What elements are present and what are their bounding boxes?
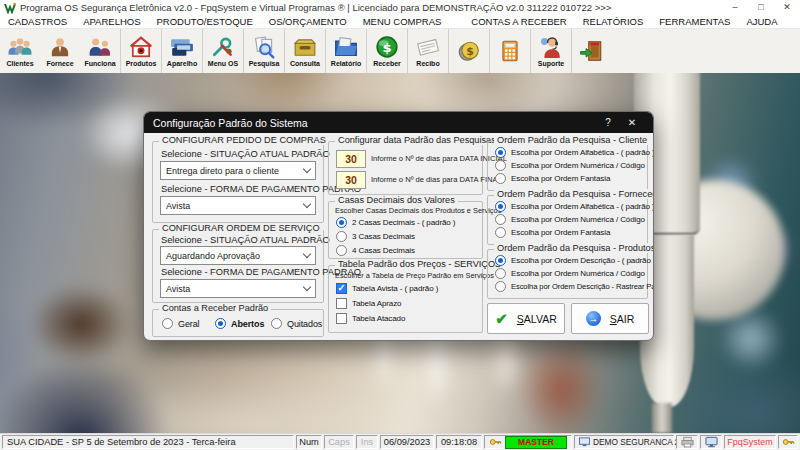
- toolbar-moeda[interactable]: $: [448, 29, 489, 73]
- menu-cadastros[interactable]: CADASTROS: [0, 16, 75, 27]
- menu-produto-estoque[interactable]: PRODUTO/ESTOQUE: [149, 16, 261, 27]
- toolbar-relatorio[interactable]: Relatório: [325, 29, 366, 73]
- radio-produtos-descricao[interactable]: Escolha por Ordem Descrição - ( padrão ): [495, 255, 654, 266]
- group-title: Tabela Padrão dos Preços - SERVIÇOS: [335, 259, 504, 269]
- coin-icon: $: [455, 38, 483, 64]
- products-icon: [127, 34, 155, 60]
- dialog-body: CONFIGURAR PEDIDO DE COMPRAS Selecione -…: [144, 133, 653, 340]
- radio-fornecedor-numerica[interactable]: Escolha por Ordem Numérica / Código: [495, 214, 645, 225]
- toolbar-receber[interactable]: $ Receber: [366, 29, 407, 73]
- option-label: Escolha por Ordem Descrição - Rastrear P…: [511, 282, 654, 291]
- minimize-button[interactable]: –: [722, 0, 748, 15]
- radio-produtos-rastrear[interactable]: Escolha por Ordem Descrição - Rastrear P…: [495, 281, 654, 292]
- checkbox-tabela-avista[interactable]: Tabela Avista - ( padrão ): [336, 283, 438, 294]
- group-title: CONFIGURAR ORDEM DE SERVIÇO: [159, 223, 323, 233]
- checkbox-tabela-atacado[interactable]: Tabela Atacado: [336, 313, 405, 324]
- radio-geral[interactable]: Geral: [162, 318, 200, 329]
- tabela-subtitle: Escolher a Tabela de Preço Padrão em Ser…: [335, 271, 494, 280]
- option-label: Escolha por Ordem Numérica / Código: [511, 269, 645, 278]
- toolbar-aparelhos[interactable]: Aparelho: [161, 29, 202, 73]
- window-controls: – □ ✕: [722, 0, 800, 15]
- status-lock[interactable]: [778, 435, 798, 449]
- option-label: 3 Casas Decimais: [352, 232, 415, 241]
- chevron-down-icon: [303, 200, 311, 208]
- menu-aparelhos[interactable]: APARELHOS: [75, 16, 148, 27]
- toolbar-suporte[interactable]: Suporte: [530, 29, 571, 73]
- radio-3-casas[interactable]: 3 Casas Decimais: [336, 231, 415, 242]
- combobox-value: Avista: [166, 284, 190, 294]
- salvar-button[interactable]: ✔ SALVAR: [487, 303, 565, 334]
- radio-cliente-fantasia[interactable]: Escolha por Ordem Fantasia: [495, 173, 610, 184]
- menu-os-orcamento[interactable]: OS/ORÇAMENTO: [261, 16, 355, 27]
- menu-contas-a-receber[interactable]: CONTAS A RECEBER: [463, 16, 574, 27]
- toolbar-recibo[interactable]: Recibo: [407, 29, 448, 73]
- status-location: SUA CIDADE - SP 5 de Setembro de 2023 - …: [2, 435, 294, 449]
- radio-abertos[interactable]: Abertos: [215, 318, 264, 329]
- radio-produtos-numerica[interactable]: Escolha por Ordem Numérica / Código: [495, 268, 645, 279]
- status-user: MASTER: [484, 435, 572, 449]
- situacao-compras-combobox[interactable]: Entrega direto para o cliente: [160, 161, 316, 180]
- toolbar-calculadora[interactable]: [489, 29, 530, 73]
- window-mini-icon: [579, 437, 590, 447]
- checkbox-icon: [336, 283, 347, 294]
- toolbar-consulta[interactable]: Consulta: [284, 29, 325, 73]
- date-text: 06/09/2023: [384, 437, 431, 447]
- status-monitor[interactable]: [700, 435, 722, 449]
- config-dialog: Configuração Padrão do Sistema ? ✕ CONFI…: [143, 111, 654, 341]
- toolbar-funcionarios[interactable]: Funciona: [80, 29, 120, 73]
- menu-ajuda[interactable]: AJUDA: [738, 16, 785, 27]
- group-ordem-fornecedor: Ordem Padrão da Pesquisa - Fornecedor Es…: [487, 195, 648, 245]
- check-icon: ✔: [495, 312, 508, 326]
- group-ordem-produtos: Ordem Padrão da Pesquisa - Produtos Esco…: [487, 249, 648, 299]
- maximize-button[interactable]: □: [748, 0, 774, 15]
- checkbox-icon: [336, 298, 347, 309]
- option-label: Escolha por Ordem Fantasia: [511, 174, 610, 183]
- dias-data-final-input[interactable]: 30: [336, 171, 366, 189]
- radio-cliente-alfabetica[interactable]: Escolha por Ordem Alfabética - ( padrão …: [495, 147, 654, 158]
- radio-fornecedor-alfabetica[interactable]: Escolha por Ordem Alfabética - ( padrão …: [495, 201, 654, 212]
- toolbar-clientes[interactable]: Clientes: [0, 29, 40, 73]
- svg-text:$: $: [466, 45, 474, 58]
- insert-text: Ins: [361, 437, 373, 447]
- sair-button[interactable]: → SAIR: [571, 303, 649, 334]
- dialog-help-button[interactable]: ?: [596, 117, 620, 128]
- pagamento-os-combobox[interactable]: Avista: [160, 279, 316, 298]
- dias-final-label: Informe o Nº de dias para DATA FINAL: [371, 175, 502, 184]
- toolbar-produtos[interactable]: Produtos: [120, 29, 161, 73]
- close-button[interactable]: ✕: [774, 0, 800, 15]
- radio-icon: [495, 227, 506, 238]
- radio-fornecedor-fantasia[interactable]: Escolha por Ordem Fantasia: [495, 227, 610, 238]
- window-titlebar: Programa OS Segurança Eletrônica v2.0 - …: [0, 0, 800, 15]
- receive-money-icon: $: [373, 34, 401, 60]
- radio-cliente-numerica[interactable]: Escolha por Ordem Numérica / Código: [495, 160, 645, 171]
- pagamento-compras-combobox[interactable]: Avista: [160, 196, 316, 215]
- decimais-subtitle: Escolher Casas Decimais dos Produtos e S…: [335, 206, 501, 215]
- radio-2-casas[interactable]: 2 Casas Decimais - ( padrão ): [336, 217, 455, 228]
- dialog-close-button[interactable]: ✕: [620, 117, 644, 128]
- clients-icon: [6, 34, 34, 60]
- status-printer[interactable]: [676, 435, 698, 449]
- radio-quitados[interactable]: Quitados: [271, 318, 322, 329]
- menu-relatorios[interactable]: RELATÓRIOS: [575, 16, 652, 27]
- group-data-pesquisas: Configurar data Padrão das Pesquisas 30 …: [328, 141, 483, 195]
- sair-label: SAIR: [610, 313, 635, 325]
- company-text: DEMO SEGURANCA 2.0: [593, 437, 686, 447]
- toolbar-fornecedores[interactable]: Fornece: [40, 29, 80, 73]
- menu-compras[interactable]: MENU COMPRAS: [355, 16, 450, 27]
- option-label: Quitados: [287, 319, 322, 329]
- group-contas-receber: Contas a Receber Padrão Geral Abertos Qu…: [152, 309, 324, 337]
- status-company: DEMO SEGURANCA 2.0: [574, 435, 674, 449]
- dias-data-inicial-input[interactable]: 30: [336, 150, 366, 168]
- key-icon: [782, 437, 795, 447]
- situacao-os-combobox[interactable]: Aguardando Aprovação: [160, 246, 316, 265]
- radio-4-casas[interactable]: 4 Casas Decimais: [336, 245, 415, 256]
- service-order-icon: [209, 34, 237, 60]
- monitor-icon: [705, 436, 718, 448]
- key-icon: [489, 437, 502, 447]
- toolbar-sair[interactable]: [571, 29, 612, 73]
- toolbar-menu-os[interactable]: Menu OS: [202, 29, 243, 73]
- checkbox-tabela-aprazo[interactable]: Tabela Aprazo: [336, 298, 401, 309]
- menu-ferramentas[interactable]: FERRAMENTAS: [651, 16, 738, 27]
- option-label: Escolha por Ordem Fantasia: [511, 228, 610, 237]
- toolbar-pesquisa[interactable]: Pesquisa: [243, 29, 284, 73]
